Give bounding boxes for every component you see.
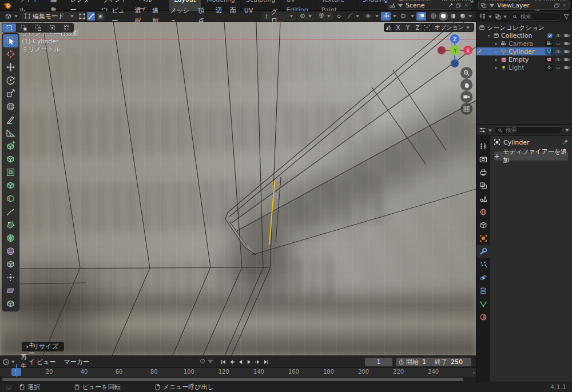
tool-button-rotate[interactable]	[3, 74, 18, 87]
new-viewlayer-icon[interactable]	[554, 2, 560, 9]
mirror-axis-button[interactable]: Y	[403, 23, 412, 31]
render-visibility-icon[interactable]	[563, 33, 570, 39]
properties-tab-tool[interactable]	[476, 139, 490, 153]
visibility-eye-icon[interactable]	[555, 65, 562, 71]
tool-button-edge-slide[interactable]	[3, 258, 18, 271]
playback-button-jump-end[interactable]	[262, 357, 270, 366]
properties-tab-render[interactable]	[476, 153, 490, 166]
timeline-ruler[interactable]: 20406080100120140160180200220240 1	[0, 368, 476, 377]
breadcrumb-object-name[interactable]: Cylinder	[503, 139, 530, 146]
current-frame-field[interactable]: 1	[365, 358, 392, 366]
scrollbar-thumb[interactable]	[2, 378, 463, 381]
tool-button-move[interactable]	[3, 61, 18, 74]
tool-button-annotate[interactable]	[3, 113, 18, 126]
stopwatch-icon[interactable]	[398, 359, 404, 365]
playback-button-play-reverse[interactable]	[236, 357, 244, 366]
disclosure-icon[interactable]: ▾	[486, 33, 491, 38]
select-mode-option-select-intersect[interactable]	[59, 23, 73, 32]
viewport-3d[interactable]: フロント・平行投影 (1) Cylinder ミリメートル XYZ オプション	[0, 22, 476, 355]
close-icon[interactable]	[562, 2, 567, 8]
tool-button-select-box[interactable]	[3, 34, 18, 47]
disclosure-icon[interactable]: ▸	[494, 57, 499, 62]
visibility-eye-icon[interactable]	[555, 41, 562, 47]
properties-tab-scene[interactable]	[476, 192, 490, 205]
overlays-toggle[interactable]	[399, 12, 408, 21]
mirror-axis-button[interactable]: X	[394, 23, 403, 31]
proportional-editing-toggle[interactable]	[335, 12, 343, 21]
pin-icon[interactable]	[448, 2, 454, 8]
properties-tab-constraints[interactable]	[476, 284, 490, 297]
blender-logo-icon[interactable]	[3, 1, 11, 10]
navigation-gizmo[interactable]: Z X -Y	[435, 29, 476, 72]
gizmo-toggle[interactable]	[381, 12, 391, 21]
properties-search[interactable]	[494, 126, 563, 134]
properties-tab-collection[interactable]	[476, 218, 490, 231]
outliner-search[interactable]	[509, 13, 561, 21]
properties-tab-particles[interactable]	[476, 258, 490, 271]
outliner-row[interactable]: ▸ Empty	[476, 55, 572, 63]
properties-search-input[interactable]	[505, 126, 559, 134]
properties-tab-world[interactable]	[476, 205, 490, 218]
outliner-row[interactable]: ▾ Collection	[476, 31, 572, 39]
shading-solid[interactable]	[439, 12, 448, 21]
sidebar-collapse-arrow[interactable]: ‹	[473, 37, 475, 42]
camera-view-button[interactable]	[460, 91, 472, 103]
mode-dropdown[interactable]: 編集モード	[22, 12, 77, 21]
start-value[interactable]: 1	[422, 358, 426, 366]
properties-tab-material[interactable]	[476, 310, 490, 323]
add-modifier-button[interactable]: + モディファイアーを追加	[494, 151, 569, 161]
pivot-dropdown[interactable]	[297, 12, 315, 21]
properties-tab-object-data[interactable]	[476, 297, 490, 310]
disclosure-icon[interactable]: ▸	[494, 49, 499, 54]
snap-dropdown[interactable]	[316, 12, 333, 21]
outliner-row[interactable]: ▸ Cylinder	[476, 47, 572, 55]
zoom-button[interactable]	[460, 67, 472, 79]
mirror-axis-button[interactable]: Z	[413, 23, 422, 31]
tool-button-add-cube[interactable]	[3, 139, 18, 153]
select-mode-option-select-extend[interactable]	[17, 23, 30, 32]
shading-material[interactable]	[448, 12, 458, 21]
properties-editor-icon[interactable]	[479, 126, 486, 134]
tool-button-scale[interactable]	[3, 87, 18, 100]
close-icon[interactable]	[463, 2, 469, 8]
render-visibility-icon[interactable]	[563, 41, 570, 47]
new-scene-icon[interactable]	[455, 2, 462, 9]
visibility-dropdown[interactable]	[363, 12, 373, 21]
properties-tab-modifiers[interactable]	[476, 245, 490, 258]
selectability-checkbox[interactable]	[547, 33, 553, 39]
shading-rendered[interactable]	[458, 12, 467, 21]
disclosure-icon[interactable]: ▸	[494, 41, 499, 46]
vertex-select-mode[interactable]	[78, 12, 86, 21]
properties-tab-output[interactable]	[476, 166, 490, 179]
visibility-eye-icon[interactable]	[555, 49, 562, 55]
editor-type-button[interactable]	[2, 12, 21, 21]
timeline-menu-item[interactable]: キーイング	[25, 359, 33, 364]
xray-toggle[interactable]	[416, 12, 426, 21]
playback-button-play[interactable]	[245, 357, 253, 366]
tool-button-rip-region[interactable]	[3, 297, 18, 310]
render-visibility-icon[interactable]	[563, 49, 570, 55]
timeline-collapse-arrow[interactable]: ‹	[472, 370, 475, 375]
visibility-eye-icon[interactable]	[555, 57, 562, 63]
visibility-eye-icon[interactable]	[555, 33, 562, 39]
playback-button-next-keyframe[interactable]	[253, 357, 261, 366]
outliner-search-input[interactable]	[519, 13, 558, 20]
tool-button-extrude-region[interactable]	[3, 153, 18, 166]
tool-button-loop-cut[interactable]	[3, 192, 18, 205]
end-value[interactable]: 250	[451, 358, 463, 366]
auto-key-button[interactable]	[199, 358, 214, 365]
tool-button-inset-faces[interactable]	[3, 166, 18, 179]
outliner-row[interactable]: ▸ Light	[476, 63, 572, 71]
pin-icon[interactable]	[562, 139, 569, 146]
viewlayer-selector[interactable]: ViewLayer	[478, 1, 570, 10]
outliner-row[interactable]: シーンコレクション	[476, 23, 572, 31]
playback-button-prev-keyframe[interactable]	[228, 357, 236, 366]
timeline-menu-item[interactable]: 再生	[17, 359, 25, 364]
timeline-menu-item[interactable]: ビュー	[33, 358, 60, 366]
tool-button-smooth[interactable]	[3, 245, 18, 258]
tool-button-knife[interactable]	[3, 205, 18, 218]
filter-icon[interactable]	[563, 13, 570, 20]
select-mode-option-select-subtract[interactable]	[31, 23, 45, 32]
tool-button-shrink-fatten[interactable]	[3, 271, 18, 284]
display-mode-icon[interactable]	[494, 13, 501, 20]
